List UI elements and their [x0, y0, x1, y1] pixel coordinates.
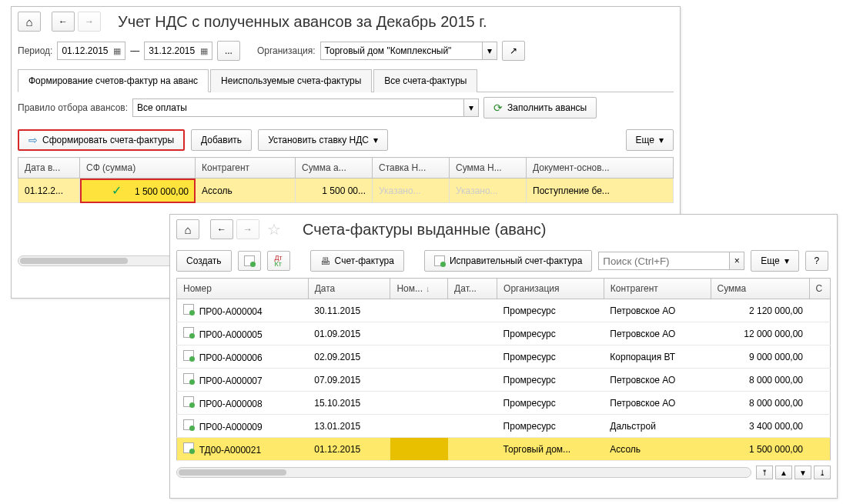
home-icon: ⌂ — [25, 15, 32, 16]
window-title: Учет НДС с полученных авансов за Декабрь… — [118, 13, 487, 16]
titlebar: ⌂ ← → Учет НДС с полученных авансов за Д… — [12, 7, 680, 15]
forward-button[interactable]: → — [78, 12, 101, 15]
back-button[interactable]: ← — [52, 12, 75, 15]
vat-advance-window: ⌂ ← → Учет НДС с полученных авансов за Д… — [11, 6, 681, 15]
home-button[interactable]: ⌂ — [18, 12, 41, 15]
